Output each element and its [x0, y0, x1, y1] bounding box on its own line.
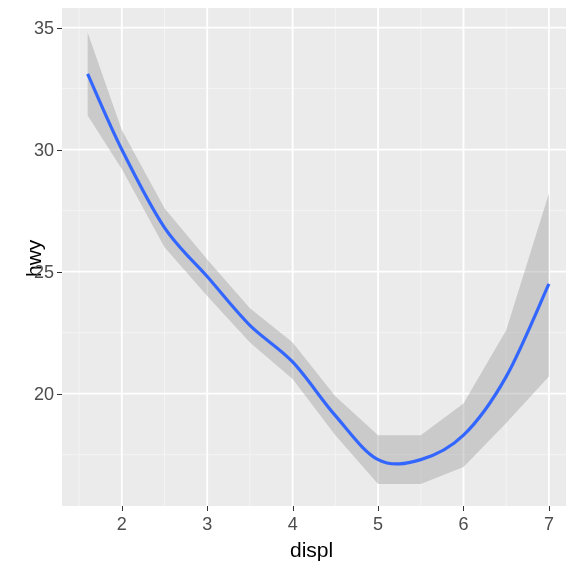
x-tick-label: 4 [288, 515, 298, 533]
x-tick-mark [207, 506, 208, 511]
plot-panel [62, 8, 566, 506]
y-tick-mark [57, 394, 62, 395]
x-axis-title: displ [290, 538, 333, 562]
x-tick-mark [549, 506, 550, 511]
x-tick-label: 2 [117, 515, 127, 533]
y-tick-mark [57, 28, 62, 29]
x-tick-mark [463, 506, 464, 511]
y-tick-label: 25 [28, 263, 54, 281]
x-tick-mark [293, 506, 294, 511]
y-tick-label: 35 [28, 19, 54, 37]
x-tick-label: 7 [544, 515, 554, 533]
x-tick-mark [122, 506, 123, 511]
y-tick-mark [57, 150, 62, 151]
chart-figure: displ hwy 234567 20253035 [0, 0, 576, 576]
x-tick-mark [378, 506, 379, 511]
x-tick-label: 3 [202, 515, 212, 533]
x-tick-label: 6 [458, 515, 468, 533]
y-tick-label: 30 [28, 141, 54, 159]
plot-svg [62, 8, 566, 506]
y-tick-label: 20 [28, 385, 54, 403]
x-tick-label: 5 [373, 515, 383, 533]
y-tick-mark [57, 272, 62, 273]
